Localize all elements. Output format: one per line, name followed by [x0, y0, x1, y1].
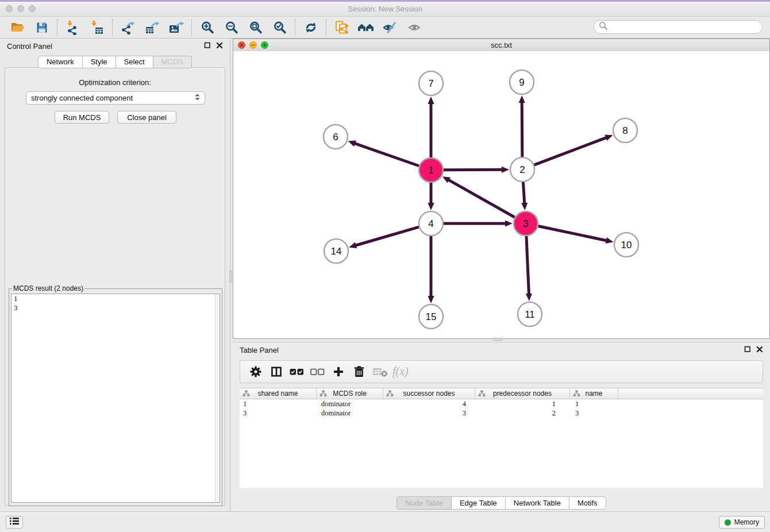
graph-edge-3-11[interactable]	[526, 236, 532, 301]
home-pair-icon[interactable]	[354, 18, 378, 37]
import-table-icon[interactable]	[85, 18, 109, 37]
select-stepper-icon	[195, 94, 200, 102]
open-file-icon[interactable]	[6, 18, 30, 37]
table-cell-mcds-role[interactable]: dominator	[317, 408, 383, 418]
optimization-criterion-select[interactable]: strongly connected component	[26, 91, 205, 105]
graph-node-label: 7	[428, 78, 433, 89]
run-mcds-button[interactable]: Run MCDS	[55, 111, 109, 124]
settings-gear-icon[interactable]	[246, 363, 265, 380]
graph-node-3[interactable]: 3	[514, 211, 538, 236]
result-scrollbar[interactable]	[215, 294, 220, 502]
graph-node-6[interactable]: 6	[324, 125, 348, 149]
refresh-layout-icon[interactable]	[299, 18, 323, 37]
table-cell-successor-nodes[interactable]: 3	[383, 408, 475, 418]
table-cell-predecessor-nodes[interactable]: 2	[475, 408, 570, 418]
export-network-icon[interactable]	[116, 18, 140, 37]
tab-mcds[interactable]: MCDS	[153, 56, 192, 68]
graph-edge-4-14[interactable]	[349, 227, 419, 248]
zoom-out-icon[interactable]	[220, 18, 244, 37]
import-network-icon[interactable]	[61, 18, 85, 37]
search-box[interactable]	[594, 20, 763, 34]
table-cell-predecessor-nodes[interactable]: 1	[475, 399, 570, 408]
zoom-in-icon[interactable]	[195, 18, 220, 37]
table-cell-name[interactable]: 1	[570, 399, 618, 408]
table-cell-shared-name[interactable]: 1	[240, 399, 317, 408]
add-column-icon[interactable]	[329, 363, 348, 380]
graph-edge-2-3[interactable]	[521, 182, 528, 210]
graph-edge-2-9[interactable]	[519, 95, 525, 157]
mcds-result-text[interactable]: 13	[11, 294, 220, 503]
graph-node-9[interactable]: 9	[510, 70, 534, 94]
horizontal-splitter-grip[interactable]	[493, 338, 503, 341]
table-row[interactable]: 3dominator323	[240, 408, 763, 418]
graph-node-7[interactable]: 7	[419, 71, 443, 95]
select-all-icon[interactable]	[287, 363, 307, 380]
table-row[interactable]: 1dominator411	[240, 399, 763, 408]
control-panel-float-icon[interactable]	[204, 42, 211, 49]
duplicate-network-icon[interactable]	[330, 18, 354, 37]
graph-node-label: 6	[333, 132, 338, 142]
graph-node-2[interactable]: 2	[510, 157, 534, 182]
eye-slash-icon[interactable]	[378, 18, 402, 37]
table-cell-successor-nodes[interactable]: 4	[383, 399, 475, 408]
graph-edge-3-10[interactable]	[538, 226, 614, 244]
graph-node-label: 4	[428, 218, 433, 229]
graph-edge-4-3[interactable]	[444, 220, 513, 226]
column-header-label: name	[585, 390, 602, 398]
zoom-selected-icon[interactable]	[268, 18, 292, 37]
memory-button[interactable]: Memory	[719, 516, 765, 529]
column-header-successor-nodes[interactable]: successor nodes	[383, 388, 475, 399]
tab-motifs[interactable]: Motifs	[569, 496, 606, 510]
toolbar-separator	[191, 19, 192, 36]
search-input[interactable]	[611, 22, 757, 32]
table-toolbar: f(x)	[240, 360, 763, 383]
tab-select[interactable]: Select	[116, 56, 153, 68]
table-panel-float-icon[interactable]	[744, 346, 751, 353]
zoom-fit-icon[interactable]	[244, 18, 268, 37]
graph-edge-2-8[interactable]	[534, 135, 613, 165]
control-panel: Control Panel NetworkStyleSelectMCDS Opt…	[0, 38, 230, 511]
graph-node-11[interactable]: 11	[518, 302, 542, 326]
task-history-button[interactable]	[6, 516, 23, 529]
graph-edge-1-7[interactable]	[428, 97, 434, 157]
graph-node-label: 9	[519, 77, 524, 88]
column-header-mcds-role[interactable]: MCDS role	[317, 388, 383, 399]
tab-style[interactable]: Style	[82, 56, 116, 68]
table-cell-name[interactable]: 3	[570, 408, 618, 418]
control-panel-close-icon[interactable]	[216, 42, 223, 49]
tab-node-table[interactable]: Node Table	[396, 496, 452, 510]
delete-column-icon[interactable]	[349, 363, 369, 380]
tab-edge-table[interactable]: Edge Table	[451, 496, 506, 510]
network-window-titlebar[interactable]: scc.txt	[233, 39, 769, 52]
table-cell-mcds-role[interactable]: dominator	[317, 399, 383, 408]
tab-network[interactable]: Network	[38, 56, 83, 68]
graph-node-1[interactable]: 1	[419, 158, 443, 182]
export-table-icon[interactable]	[140, 18, 164, 37]
network-canvas[interactable]: 7968124314101511	[233, 51, 769, 338]
graph-svg[interactable]: 7968124314101511	[233, 51, 769, 338]
save-session-icon[interactable]	[30, 18, 54, 37]
deselect-all-icon[interactable]	[308, 363, 328, 380]
export-image-icon[interactable]	[164, 18, 188, 37]
graph-node-8[interactable]: 8	[613, 118, 637, 142]
close-panel-button[interactable]: Close panel	[117, 111, 176, 124]
graph-node-10[interactable]: 10	[614, 233, 638, 257]
column-header-name[interactable]: name	[570, 388, 618, 399]
graph-edge-3-1[interactable]	[442, 176, 515, 217]
graph-node-15[interactable]: 15	[419, 304, 443, 329]
eye-icon[interactable]	[402, 18, 426, 37]
graph-edge-4-15[interactable]	[428, 236, 434, 303]
tab-network-table[interactable]: Network Table	[505, 496, 569, 510]
column-header-predecessor-nodes[interactable]: predecessor nodes	[475, 388, 570, 399]
graph-node-4[interactable]: 4	[419, 211, 443, 236]
vertical-splitter-grip[interactable]	[229, 270, 232, 283]
graph-node-14[interactable]: 14	[324, 239, 348, 263]
table-panel-close-icon[interactable]	[756, 346, 763, 353]
column-header-shared-name[interactable]: shared name	[240, 388, 317, 399]
graph-edge-1-6[interactable]	[348, 141, 419, 166]
control-panel-header: Control Panel	[0, 38, 230, 53]
column-layout-icon[interactable]	[267, 363, 286, 380]
graph-edge-1-4[interactable]	[428, 183, 434, 210]
table-cell-shared-name[interactable]: 3	[240, 408, 317, 418]
graph-edge-1-2[interactable]	[444, 167, 509, 173]
